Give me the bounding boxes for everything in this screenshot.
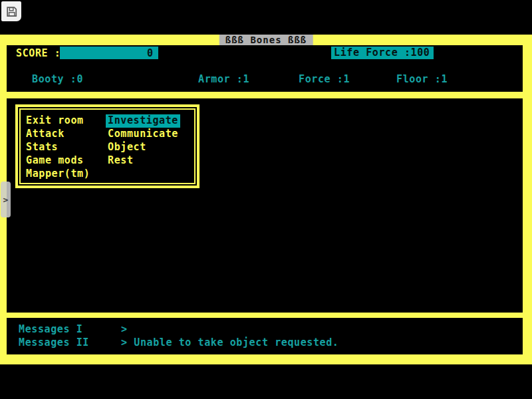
message-1-content: > bbox=[121, 323, 128, 335]
message-2-content: > Unable to take object requested. bbox=[121, 336, 338, 348]
menu-item-object[interactable]: Object bbox=[108, 141, 180, 154]
stat-force: Force :1 bbox=[299, 73, 350, 85]
game-title: ßßß Bones ßßß bbox=[219, 35, 313, 45]
menu-item-communicate[interactable]: Communicate bbox=[108, 128, 180, 141]
score-label: SCORE : bbox=[16, 47, 61, 59]
menu-item-stats[interactable]: Stats bbox=[26, 141, 90, 154]
menu-item-exit-room[interactable]: Exit room bbox=[26, 114, 90, 128]
menu-item-game-mods[interactable]: Game mods bbox=[26, 154, 90, 168]
stat-booty: Booty :0 bbox=[32, 73, 83, 85]
stat-floor: Floor :1 bbox=[396, 73, 448, 85]
score-value: 0 bbox=[147, 47, 153, 59]
save-button[interactable] bbox=[1, 1, 21, 21]
menu-item-mapper[interactable]: Mapper(tm) bbox=[26, 168, 90, 181]
menu-item-rest[interactable]: Rest bbox=[108, 154, 180, 168]
menu-item-investigate[interactable]: Investigate bbox=[106, 114, 180, 128]
score-bar: 0 bbox=[60, 47, 158, 59]
messages-panel: Messages I > Messages II > Unable to tak… bbox=[7, 318, 523, 354]
game-screen: ßßß Bones ßßß SCORE : 0 Life Force :100 … bbox=[0, 35, 532, 364]
life-force-badge: Life Force :100 bbox=[331, 47, 434, 59]
chevron-right-icon: > bbox=[3, 195, 9, 205]
message-1-label: Messages I bbox=[19, 323, 82, 335]
app-window: ßßß Bones ßßß SCORE : 0 Life Force :100 … bbox=[0, 0, 532, 399]
menu-column-right: Investigate Communicate Object Rest bbox=[108, 114, 180, 168]
floppy-disk-icon bbox=[5, 5, 18, 18]
room-panel: Exit room Attack Stats Game mods Mapper(… bbox=[7, 98, 523, 313]
menu-column-left: Exit room Attack Stats Game mods Mapper(… bbox=[26, 114, 90, 181]
action-menu-inner: Exit room Attack Stats Game mods Mapper(… bbox=[19, 108, 196, 184]
menu-item-attack[interactable]: Attack bbox=[26, 128, 90, 141]
sidebar-toggle[interactable]: > bbox=[1, 182, 11, 217]
stat-armor: Armor :1 bbox=[198, 73, 249, 85]
action-menu: Exit room Attack Stats Game mods Mapper(… bbox=[15, 104, 200, 188]
status-panel: SCORE : 0 Life Force :100 Booty :0 Armor… bbox=[7, 45, 523, 92]
message-2-label: Messages II bbox=[19, 336, 89, 348]
